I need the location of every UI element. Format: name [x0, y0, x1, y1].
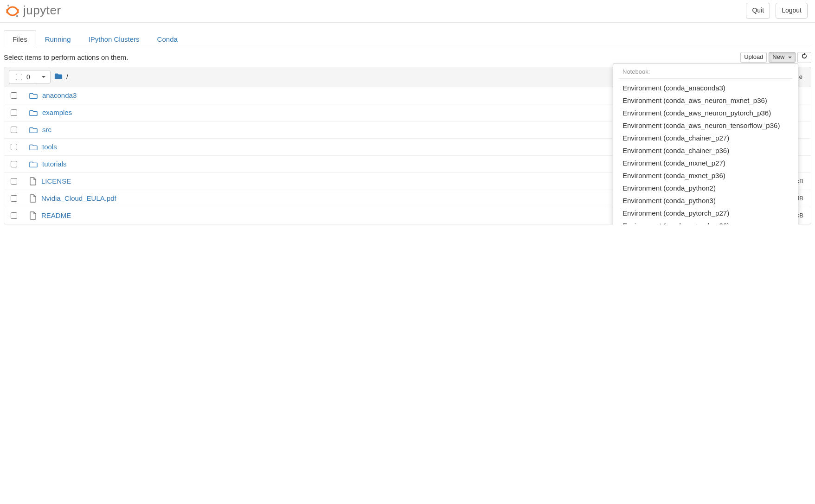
toolbar: Upload New Notebook: Environment (conda_… [740, 52, 811, 63]
new-menu-item[interactable]: Environment (conda_anaconda3) [613, 82, 798, 94]
column-filesize[interactable]: e [799, 73, 802, 80]
jupyter-logo[interactable]: jupyter [6, 3, 61, 18]
svg-point-0 [7, 5, 9, 6]
row-checkbox[interactable] [11, 144, 17, 150]
new-menu-item[interactable]: Environment (conda_aws_neuron_tensorflow… [613, 119, 798, 132]
file-link[interactable]: README [41, 211, 71, 219]
main-tabs: FilesRunningIPython ClustersConda [4, 30, 811, 48]
breadcrumb-root-icon[interactable] [54, 72, 63, 81]
new-menu-item[interactable]: Environment (conda_chainer_p27) [613, 132, 798, 144]
file-link[interactable]: src [42, 126, 51, 134]
dropdown-divider [619, 78, 792, 79]
file-icon [29, 177, 37, 185]
row-checkbox[interactable] [11, 161, 17, 167]
selection-hint: Select items to perform actions on them. [4, 53, 128, 61]
new-menu-item[interactable]: Environment (conda_python2) [613, 182, 798, 194]
new-menu-item[interactable]: Environment (conda_mxnet_p36) [613, 169, 798, 182]
svg-point-1 [16, 15, 19, 18]
new-menu-item[interactable]: Environment (conda_chainer_p36) [613, 144, 798, 157]
select-all-group: 0 [9, 70, 51, 84]
dropdown-section-notebook: Notebook: [613, 66, 798, 77]
tab-files[interactable]: Files [4, 30, 36, 48]
tab-conda[interactable]: Conda [148, 30, 186, 48]
new-menu-item[interactable]: Environment (conda_aws_neuron_pytorch_p3… [613, 107, 798, 119]
selected-count: 0 [26, 73, 30, 81]
folder-icon [29, 92, 38, 99]
file-link[interactable]: examples [42, 108, 72, 116]
quit-button[interactable]: Quit [746, 3, 770, 19]
row-checkbox[interactable] [11, 127, 17, 133]
new-menu-item[interactable]: Environment (conda_pytorch_p36) [613, 219, 798, 224]
caret-down-icon [42, 76, 45, 78]
tab-running[interactable]: Running [36, 30, 80, 48]
file-link[interactable]: anaconda3 [42, 91, 77, 99]
select-menu-toggle[interactable] [35, 70, 50, 83]
folder-icon [29, 126, 38, 134]
header-bar: jupyter Quit Logout [0, 0, 815, 23]
new-menu-item[interactable]: Environment (conda_pytorch_p27) [613, 207, 798, 219]
new-dropdown: Notebook: Environment (conda_anaconda3)E… [613, 63, 798, 224]
folder-icon [54, 72, 63, 80]
new-menu-item[interactable]: Environment (conda_python3) [613, 194, 798, 207]
select-all-checkbox[interactable] [16, 74, 22, 80]
new-menu-item[interactable]: Environment (conda_mxnet_p27) [613, 157, 798, 169]
file-icon [29, 211, 37, 220]
upload-button[interactable]: Upload [740, 52, 767, 63]
file-link[interactable]: Nvidia_Cloud_EULA.pdf [41, 194, 116, 202]
row-checkbox[interactable] [11, 178, 17, 185]
file-link[interactable]: tools [42, 143, 57, 151]
folder-icon [29, 109, 38, 116]
jupyter-logo-icon [6, 4, 19, 18]
row-checkbox[interactable] [11, 195, 17, 202]
caret-down-icon [788, 57, 792, 58]
file-link[interactable]: tutorials [42, 160, 67, 168]
folder-icon [29, 160, 38, 168]
row-checkbox[interactable] [11, 109, 17, 116]
folder-icon [29, 143, 38, 151]
breadcrumb-separator: / [66, 73, 68, 81]
logo-text: jupyter [23, 3, 61, 18]
file-link[interactable]: LICENSE [41, 177, 71, 185]
file-icon [29, 194, 37, 203]
new-button-label: New [772, 53, 784, 60]
new-menu-item[interactable]: Environment (conda_aws_neuron_mxnet_p36) [613, 94, 798, 107]
tab-ipython-clusters[interactable]: IPython Clusters [80, 30, 148, 48]
row-checkbox[interactable] [11, 92, 17, 99]
row-checkbox[interactable] [11, 212, 17, 219]
logout-button[interactable]: Logout [776, 3, 808, 19]
new-button[interactable]: New [769, 52, 796, 63]
refresh-button[interactable] [797, 52, 811, 63]
refresh-icon [801, 53, 808, 59]
